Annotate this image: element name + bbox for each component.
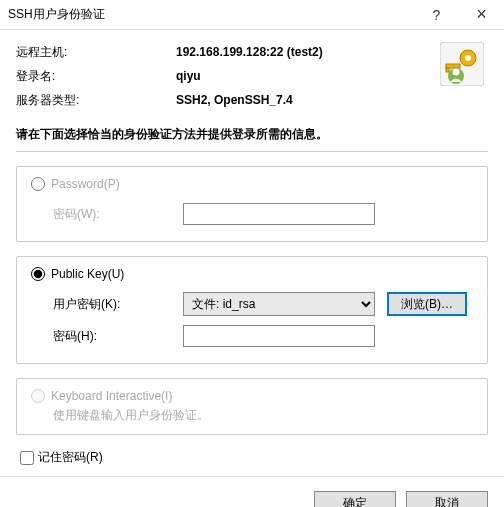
userkey-label: 用户密钥(K): [53,296,183,313]
password-radio[interactable] [31,177,45,191]
pubkey-password-input[interactable] [183,325,375,347]
svg-rect-3 [446,64,460,68]
publickey-radio-label: Public Key(U) [51,267,124,281]
keyboard-interactive-radio [31,389,45,403]
svg-rect-4 [446,68,449,72]
ok-button[interactable]: 确定 [314,491,396,507]
window-title: SSH用户身份验证 [8,6,414,23]
browse-button[interactable]: 浏览(B)… [387,292,467,316]
password-section: Password(P) 密码(W): [16,166,488,242]
svg-point-2 [465,55,471,61]
publickey-radio[interactable] [31,267,45,281]
svg-point-6 [453,69,460,76]
server-type-label: 服务器类型: [16,92,176,109]
login-value: qiyu [176,69,201,83]
help-button[interactable]: ? [414,0,459,30]
userkey-select[interactable]: 文件: id_rsa [183,292,375,316]
password-field-label: 密码(W): [53,206,183,223]
cancel-button[interactable]: 取消 [406,491,488,507]
login-label: 登录名: [16,68,176,85]
remote-host-row: 远程主机: 192.168.199.128:22 (test2) [16,40,488,64]
remember-password-checkbox[interactable] [20,451,34,465]
button-row: 确定 取消 [0,477,504,507]
titlebar: SSH用户身份验证 ? × [0,0,504,30]
remote-host-label: 远程主机: [16,44,176,61]
keyboard-interactive-sub: 使用键盘输入用户身份验证。 [53,407,473,424]
password-radio-label: Password(P) [51,177,120,191]
keyboard-interactive-section: Keyboard Interactive(I) 使用键盘输入用户身份验证。 [16,378,488,435]
remember-password-label: 记住密码(R) [38,449,103,466]
server-type-value: SSH2, OpenSSH_7.4 [176,93,293,107]
login-row: 登录名: qiyu [16,64,488,88]
divider [16,151,488,152]
auth-key-icon [440,42,484,86]
remote-host-value: 192.168.199.128:22 (test2) [176,45,323,59]
instruction-text: 请在下面选择恰当的身份验证方法并提供登录所需的信息。 [16,126,488,143]
close-button[interactable]: × [459,0,504,30]
publickey-section: Public Key(U) 用户密钥(K): 文件: id_rsa 浏览(B)…… [16,256,488,364]
pubkey-password-label: 密码(H): [53,328,183,345]
content-area: 远程主机: 192.168.199.128:22 (test2) 登录名: qi… [0,30,504,466]
server-type-row: 服务器类型: SSH2, OpenSSH_7.4 [16,88,488,112]
keyboard-interactive-label: Keyboard Interactive(I) [51,389,172,403]
password-input [183,203,375,225]
